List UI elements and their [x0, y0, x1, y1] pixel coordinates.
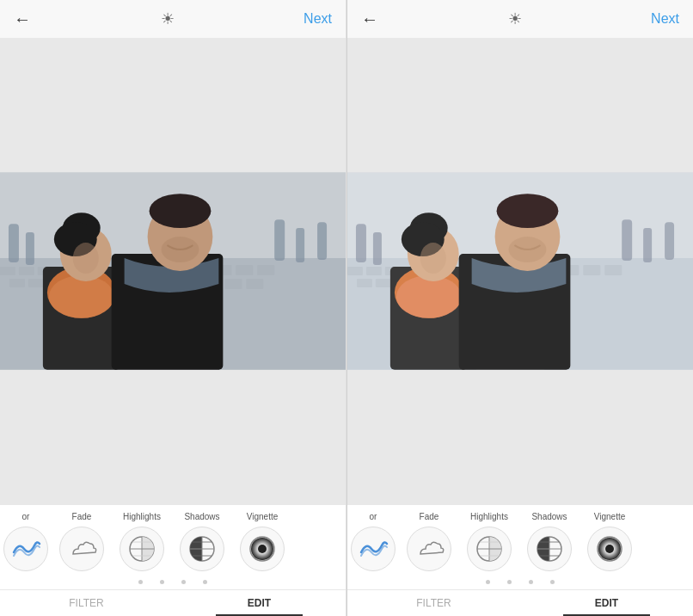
right-fade-circle[interactable] — [407, 527, 451, 571]
right-highlights-circle[interactable] — [467, 527, 512, 571]
svg-rect-3 — [19, 267, 34, 275]
right-dot-4 — [550, 580, 555, 584]
svg-rect-6 — [28, 279, 44, 287]
left-back-button[interactable]: ← — [14, 9, 31, 29]
right-photo — [347, 38, 693, 504]
svg-rect-16 — [246, 279, 263, 289]
svg-rect-63 — [665, 222, 674, 260]
left-filter-shadows: Shadows — [172, 512, 232, 571]
left-filter-vignette: Vignette — [232, 512, 292, 571]
right-shadows-circle[interactable] — [527, 527, 572, 571]
right-tab-row: FILTER EDIT — [347, 589, 693, 616]
svg-point-70 — [420, 243, 446, 274]
svg-rect-53 — [376, 279, 391, 287]
left-fade-label: Fade — [72, 512, 92, 521]
right-filter-strip: or Fade — [347, 505, 693, 575]
right-fade-label: Fade — [420, 512, 439, 521]
left-vignette-circle[interactable] — [240, 527, 285, 571]
svg-rect-2 — [0, 267, 15, 275]
right-photo-area — [347, 38, 693, 504]
right-tab-filter[interactable]: FILTER — [347, 590, 520, 616]
right-filter-color: or — [347, 512, 399, 571]
svg-point-31 — [150, 194, 212, 228]
left-shadows-circle[interactable] — [180, 527, 224, 571]
left-panel: ← ☀ Next — [0, 0, 346, 616]
left-color-label: or — [22, 512, 30, 521]
left-shadows-label: Shadows — [184, 512, 219, 521]
svg-rect-59 — [356, 224, 366, 262]
svg-rect-21 — [317, 222, 327, 260]
left-vignette-label: Vignette — [247, 512, 279, 521]
svg-point-24 — [49, 275, 114, 318]
right-filter-highlights: Highlights — [459, 512, 519, 571]
left-tab-row: FILTER EDIT — [0, 589, 346, 616]
left-dot-1 — [138, 580, 143, 584]
left-tab-filter[interactable]: FILTER — [0, 590, 173, 616]
left-dots-row — [0, 575, 346, 589]
right-toolbar: or Fade — [347, 504, 693, 616]
svg-rect-20 — [296, 228, 304, 262]
svg-rect-61 — [622, 219, 632, 261]
right-tab-edit[interactable]: EDIT — [520, 590, 693, 616]
left-highlights-label: Highlights — [123, 512, 161, 521]
right-dots-row — [347, 575, 693, 589]
right-dot-3 — [529, 580, 533, 584]
left-fade-circle[interactable] — [59, 527, 104, 571]
right-dot-2 — [507, 580, 512, 584]
svg-rect-18 — [26, 232, 34, 265]
left-dot-3 — [181, 580, 186, 584]
right-vignette-circle[interactable] — [587, 527, 632, 571]
left-dot-4 — [203, 580, 207, 584]
left-filter-fade: Fade — [52, 512, 112, 571]
svg-point-28 — [73, 243, 99, 274]
right-color-label: or — [370, 512, 377, 521]
svg-rect-52 — [357, 279, 372, 287]
right-panel: ← ☀ Next — [347, 0, 693, 616]
svg-rect-57 — [583, 265, 600, 275]
right-filter-vignette: Vignette — [580, 512, 640, 571]
left-brightness-icon[interactable]: ☀ — [161, 9, 175, 28]
left-filter-color: or — [0, 512, 52, 571]
right-shadows-label: Shadows — [531, 512, 567, 521]
right-vignette-label: Vignette — [594, 512, 626, 521]
left-filter-strip: or Fade — [0, 505, 346, 575]
right-color-circle[interactable] — [351, 527, 396, 571]
svg-rect-12 — [257, 265, 274, 275]
left-next-button[interactable]: Next — [304, 11, 332, 27]
right-highlights-label: Highlights — [470, 512, 508, 521]
left-dot-2 — [160, 580, 164, 584]
left-photo — [0, 38, 346, 504]
svg-rect-58 — [604, 265, 622, 275]
svg-rect-62 — [643, 228, 652, 262]
svg-rect-15 — [224, 279, 242, 289]
left-header: ← ☀ Next — [0, 0, 346, 38]
right-brightness-icon[interactable]: ☀ — [508, 9, 522, 28]
svg-rect-60 — [373, 232, 382, 265]
svg-rect-5 — [9, 279, 25, 287]
svg-point-45 — [258, 545, 267, 553]
right-back-button[interactable]: ← — [361, 9, 378, 29]
panels-container: ← ☀ Next — [0, 0, 693, 616]
left-highlights-circle[interactable] — [120, 527, 164, 571]
svg-rect-50 — [366, 267, 382, 275]
left-photo-area — [0, 38, 346, 504]
svg-rect-11 — [236, 265, 253, 275]
right-next-button[interactable]: Next — [651, 11, 679, 27]
right-filter-fade: Fade — [399, 512, 459, 571]
svg-rect-19 — [274, 219, 285, 261]
right-dot-1 — [486, 580, 490, 584]
left-filter-highlights: Highlights — [112, 512, 172, 571]
left-tab-edit[interactable]: EDIT — [173, 590, 346, 616]
svg-point-73 — [497, 194, 559, 228]
svg-point-66 — [396, 275, 462, 318]
svg-rect-49 — [347, 267, 363, 275]
svg-rect-17 — [9, 224, 19, 262]
right-filter-shadows: Shadows — [519, 512, 580, 571]
right-header: ← ☀ Next — [347, 0, 693, 38]
svg-point-87 — [605, 545, 614, 553]
left-color-circle[interactable] — [3, 527, 48, 571]
left-toolbar: or Fade — [0, 504, 346, 616]
